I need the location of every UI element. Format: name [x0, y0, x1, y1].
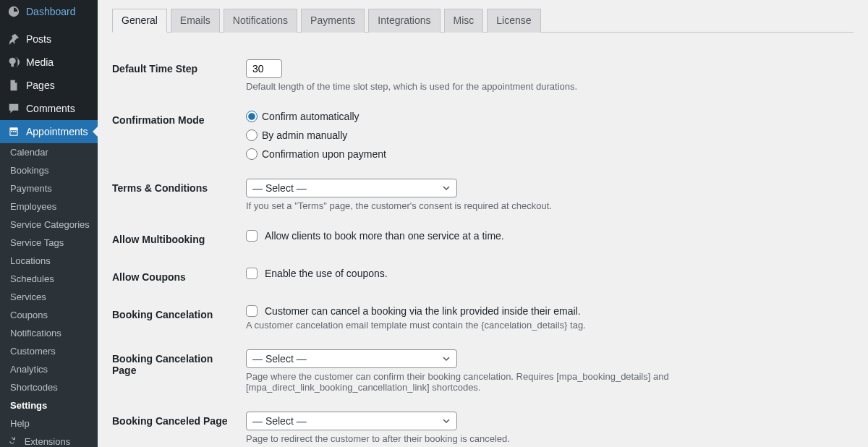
label-confirmation-mode: Confirmation Mode [112, 101, 246, 169]
label-booking-cancel: Booking Cancelation [112, 296, 246, 340]
check-label: Customer can cancel a booking via the li… [265, 305, 581, 317]
nav-label: Comments [26, 103, 75, 114]
label-coupons: Allow Coupons [112, 258, 246, 296]
settings-form: Default Time Step Default length of the … [112, 50, 854, 447]
nav-comments[interactable]: Comments [0, 97, 98, 120]
checkbox-booking-cancel[interactable] [246, 305, 258, 317]
pin-icon [7, 33, 20, 46]
label-multibooking: Allow Multibooking [112, 221, 246, 258]
media-icon [7, 56, 20, 69]
checkbox-multibooking[interactable] [246, 230, 258, 242]
label-terms: Terms & Conditions [112, 169, 246, 221]
sub-analytics[interactable]: Analytics [0, 360, 98, 378]
nav-dashboard[interactable]: Dashboard [0, 0, 98, 23]
desc-cancel-page: Page where the customer can confirm thei… [246, 371, 846, 393]
sub-calendar[interactable]: Calendar [0, 143, 98, 161]
select-canceled-page[interactable]: — Select — [246, 412, 457, 430]
desc-default-time-step: Default length of the time slot step, wh… [246, 81, 846, 92]
nav-label: Media [26, 56, 54, 68]
sub-service-tags[interactable]: Service Tags [0, 234, 98, 252]
input-default-time-step[interactable] [246, 59, 282, 78]
sub-help[interactable]: Help [0, 414, 98, 433]
select-terms[interactable]: — Select — [246, 179, 457, 197]
nav-pages[interactable]: Pages [0, 74, 98, 97]
sub-services[interactable]: Services [0, 288, 98, 306]
dashboard-icon [7, 5, 20, 18]
tab-integrations[interactable]: Integrations [368, 9, 440, 33]
sub-service-categories[interactable]: Service Categories [0, 216, 98, 234]
sub-payments[interactable]: Payments [0, 179, 98, 197]
sub-settings[interactable]: Settings [0, 396, 98, 414]
page-icon [7, 79, 20, 92]
tab-emails[interactable]: Emails [171, 9, 220, 33]
nav-appointments[interactable]: Appointments [0, 120, 98, 143]
sub-coupons[interactable]: Coupons [0, 306, 98, 324]
tab-payments[interactable]: Payments [301, 9, 365, 33]
nav-posts[interactable]: Posts [0, 27, 98, 51]
label-canceled-page: Booking Canceled Page [112, 402, 246, 447]
sub-bookings[interactable]: Bookings [0, 161, 98, 179]
nav-label: Posts [26, 33, 51, 45]
sub-extensions[interactable]: Extensions [0, 433, 98, 447]
label-cancel-page: Booking Cancelation Page [112, 340, 246, 402]
sub-employees[interactable]: Employees [0, 197, 98, 216]
tab-notifications[interactable]: Notifications [224, 9, 297, 33]
sub-notifications[interactable]: Notifications [0, 324, 98, 342]
tab-misc[interactable]: Misc [444, 9, 484, 33]
radio-confirm-manual[interactable] [246, 129, 258, 141]
radio-label: Confirmation upon payment [262, 148, 386, 160]
plug-icon [9, 436, 19, 447]
nav-label: Extensions [25, 436, 71, 447]
select-cancel-page[interactable]: — Select — [246, 349, 457, 368]
check-label: Enable the use of coupons. [265, 268, 388, 279]
settings-content: General Emails Notifications Payments In… [98, 0, 868, 447]
tab-general[interactable]: General [112, 9, 167, 33]
nav-media[interactable]: Media [0, 51, 98, 74]
radio-label: Confirm automatically [262, 111, 359, 122]
calendar-icon [7, 125, 20, 138]
radio-confirm-auto[interactable] [246, 111, 258, 122]
svg-rect-3 [13, 131, 14, 132]
sub-shortcodes[interactable]: Shortcodes [0, 378, 98, 396]
radio-confirm-payment[interactable] [246, 148, 258, 160]
label-default-time-step: Default Time Step [112, 50, 246, 101]
tab-license[interactable]: License [487, 9, 540, 33]
admin-sidebar: Dashboard Posts Media Pages Comments [0, 0, 98, 447]
sub-customers[interactable]: Customers [0, 342, 98, 360]
nav-label: Appointments [26, 126, 88, 137]
sub-locations[interactable]: Locations [0, 252, 98, 270]
svg-rect-4 [15, 131, 17, 132]
nav-label: Dashboard [26, 6, 76, 17]
desc-terms: If you set a "Terms" page, the customer'… [246, 200, 846, 211]
checkbox-coupons[interactable] [246, 268, 258, 279]
desc-canceled-page: Page to redirect the customer to after t… [246, 433, 846, 444]
settings-tabs: General Emails Notifications Payments In… [112, 7, 854, 33]
desc-booking-cancel: A customer cancelation email template mu… [246, 320, 846, 331]
comment-icon [7, 102, 20, 115]
sub-schedules[interactable]: Schedules [0, 270, 98, 288]
radio-label: By admin manually [262, 129, 347, 141]
svg-rect-2 [11, 131, 12, 132]
check-label: Allow clients to book more than one serv… [265, 230, 504, 242]
nav-label: Pages [26, 80, 55, 91]
